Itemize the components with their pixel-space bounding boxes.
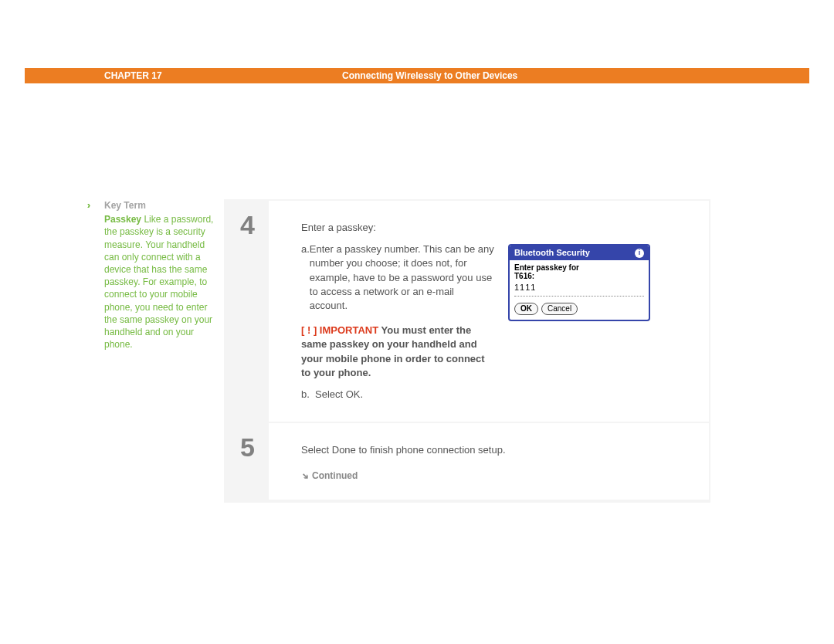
sidebar-term: Passkey bbox=[104, 214, 141, 225]
continued-label: Continued bbox=[312, 470, 358, 481]
sidebar: ›› Key Term Passkey Like a password, the… bbox=[0, 199, 224, 503]
dialog-title: Bluetooth Security bbox=[514, 247, 590, 259]
step-number: 5 bbox=[225, 423, 269, 500]
arrow-down-right-icon: ➔ bbox=[298, 469, 311, 483]
cancel-button[interactable]: Cancel bbox=[541, 303, 578, 315]
step-text: Select Done to finish phone connection s… bbox=[301, 443, 693, 457]
info-icon[interactable]: i bbox=[635, 249, 644, 258]
chapter-title: Connecting Wirelessly to Other Devices bbox=[336, 68, 517, 83]
substep-text: Select OK. bbox=[315, 388, 363, 402]
step-body: Enter a passkey: a. Enter a passkey numb… bbox=[269, 201, 709, 422]
input-underline bbox=[514, 296, 644, 297]
substep-letter: b. bbox=[301, 388, 315, 402]
step-number: 4 bbox=[225, 201, 269, 422]
steps-container: 4 Enter a passkey: a. Enter a passkey nu… bbox=[224, 199, 710, 503]
ok-button[interactable]: OK bbox=[514, 303, 538, 315]
dialog-label-line2: T616: bbox=[514, 272, 644, 280]
step-body: Select Done to finish phone connection s… bbox=[269, 423, 709, 500]
chapter-label: CHAPTER 17 bbox=[25, 68, 336, 83]
chapter-header: CHAPTER 17 Connecting Wirelessly to Othe… bbox=[25, 68, 809, 83]
important-icon: [ ! ] IMPORTANT bbox=[301, 324, 378, 336]
continued-marker: ➔Continued bbox=[301, 469, 693, 483]
substep-b: b. Select OK. bbox=[301, 388, 494, 402]
important-note: [ ! ] IMPORTANT You must enter the same … bbox=[301, 324, 494, 380]
step-5: 5 Select Done to finish phone connection… bbox=[225, 423, 709, 500]
step-4: 4 Enter a passkey: a. Enter a passkey nu… bbox=[225, 201, 709, 422]
substep-letter: a. bbox=[301, 242, 310, 313]
substep-a: a. Enter a passkey number. This can be a… bbox=[301, 242, 494, 313]
sidebar-text: Like a password, the passkey is a securi… bbox=[104, 214, 213, 350]
dialog-label-line1: Enter passkey for bbox=[514, 263, 644, 272]
content: ›› Key Term Passkey Like a password, the… bbox=[0, 199, 834, 503]
step-text: Enter a passkey: a. Enter a passkey numb… bbox=[301, 221, 494, 405]
passkey-input[interactable]: 1111 bbox=[514, 282, 644, 293]
substep-text: Enter a passkey number. This can be any … bbox=[310, 242, 494, 313]
dialog-titlebar: Bluetooth Security i bbox=[510, 246, 649, 260]
page: CHAPTER 17 Connecting Wirelessly to Othe… bbox=[0, 68, 834, 644]
bluetooth-dialog: Bluetooth Security i Enter passkey for T… bbox=[508, 244, 650, 321]
sidebar-heading: Key Term bbox=[104, 199, 215, 212]
sidebar-body: Passkey Like a password, the passkey is … bbox=[104, 213, 215, 351]
step-intro: Enter a passkey: bbox=[301, 221, 494, 235]
